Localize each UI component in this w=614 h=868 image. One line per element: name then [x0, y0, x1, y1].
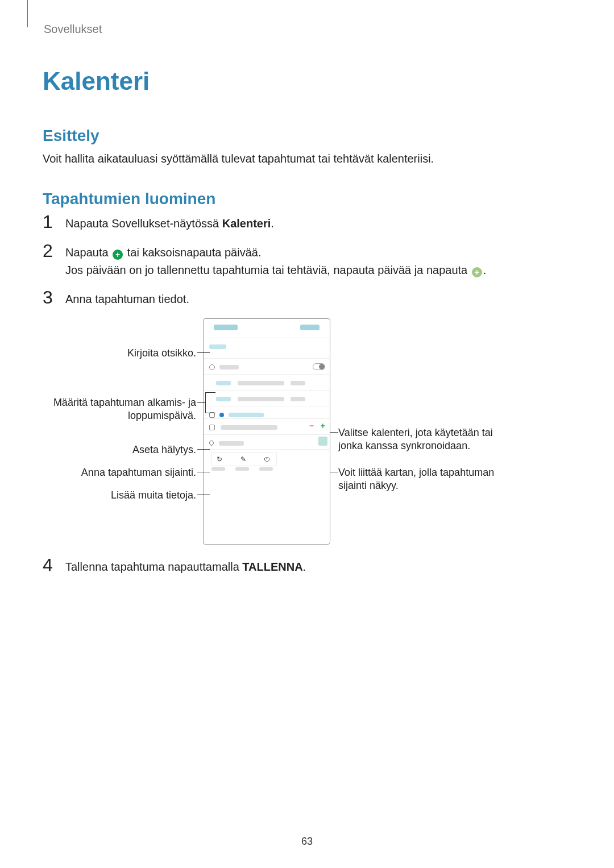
start-date-placeholder	[238, 381, 284, 385]
left-rule	[27, 0, 28, 27]
note-icon: ✎	[239, 455, 247, 463]
plus-icon: +	[472, 267, 482, 277]
note-label	[235, 467, 249, 471]
location-placeholder	[219, 441, 244, 446]
mock-title-row	[204, 338, 330, 359]
step-number: 1	[43, 214, 65, 230]
steps-list: 1 Napauta Sovellukset-näytössä Kalenteri…	[43, 214, 571, 308]
callout-line	[197, 449, 210, 450]
reminder-icon	[209, 425, 215, 430]
step-4: 4 Tallenna tapahtuma napauttamalla TALLE…	[43, 557, 571, 576]
remove-alarm-icon: −	[309, 421, 314, 430]
step4-post: .	[303, 560, 306, 573]
step-number: 4	[43, 557, 65, 573]
step2-line2a: Jos päivään on jo tallennettu tapahtumia…	[65, 264, 471, 276]
clock-icon	[209, 364, 215, 370]
mock-allday-row	[204, 359, 330, 375]
callout-location: Anna tapahtuman sijainti.	[48, 466, 196, 479]
page-title: Kalenteri	[43, 67, 571, 95]
cancel-placeholder	[214, 325, 238, 330]
mock-location-row	[204, 435, 330, 450]
allday-toggle	[313, 363, 325, 370]
mock-extra-row: ↻ ✎ ⏲	[204, 450, 330, 481]
steps-list-cont: 4 Tallenna tapahtuma napauttamalla TALLE…	[43, 557, 571, 576]
callout-line	[205, 392, 206, 413]
callout-line	[205, 413, 215, 413]
start-time-placeholder	[291, 381, 305, 385]
mock-header	[204, 319, 330, 338]
plus-icon: +	[113, 250, 123, 260]
step2-line1a: Napauta	[65, 246, 111, 259]
callout-line	[330, 472, 338, 472]
callout-line	[197, 352, 210, 353]
callout-line	[197, 472, 210, 472]
alarm-placeholder	[221, 425, 277, 430]
repeat-icon: ↻	[215, 455, 223, 463]
callout-line	[205, 392, 215, 393]
step-number: 3	[43, 289, 65, 305]
step-text: Tallenna tapahtuma napauttamalla TALLENN…	[65, 557, 571, 576]
callout-line	[330, 432, 338, 433]
callout-line	[197, 402, 205, 403]
callout-choose-calendar: Valitse kalenteri, jota käytetään tai jo…	[338, 426, 509, 452]
end-time-placeholder	[291, 397, 305, 401]
allday-label	[219, 365, 239, 369]
callout-alarm: Aseta hälytys.	[48, 443, 196, 456]
timezone-icon: ⏲	[263, 455, 271, 463]
create-heading: Tapahtumien luominen	[43, 190, 571, 208]
map-thumbnail	[318, 437, 327, 446]
step-text-pre: Napauta Sovellukset-näytössä	[65, 217, 222, 230]
location-pin-icon	[208, 439, 214, 446]
callout-dates: Määritä tapahtuman alkamis- ja loppumisp…	[48, 396, 196, 422]
step2-line1b: tai kaksoisnapauta päivää.	[124, 246, 261, 259]
start-label	[216, 381, 231, 385]
phone-mockup: − + ↻ ✎ ⏲	[203, 318, 330, 545]
step4-pre: Tallenna tapahtuma napauttamalla	[65, 560, 242, 573]
step-text: Anna tapahtuman tiedot.	[65, 289, 571, 308]
callout-line	[197, 495, 210, 495]
step-text: Napauta Sovellukset-näytössä Kalenteri.	[65, 214, 571, 232]
calendar-color-dot	[219, 413, 224, 417]
intro-heading: Esittely	[43, 127, 571, 145]
step-text-post: .	[271, 217, 274, 230]
end-label	[216, 397, 231, 401]
step-3: 3 Anna tapahtuman tiedot.	[43, 289, 571, 308]
callout-map: Voit liittää kartan, jolla tapahtuman si…	[338, 466, 509, 492]
save-placeholder	[300, 325, 320, 330]
callout-more: Lisää muita tietoja.	[48, 489, 196, 502]
end-date-placeholder	[238, 397, 284, 401]
kalenteri-bold: Kalenteri	[222, 217, 271, 230]
mock-alarm-row: − +	[204, 419, 330, 435]
extra-icons: ↻ ✎ ⏲	[211, 452, 277, 466]
repeat-label	[211, 467, 225, 471]
calendar-name-placeholder	[229, 413, 264, 417]
step-1: 1 Napauta Sovellukset-näytössä Kalenteri…	[43, 214, 571, 232]
intro-body: Voit hallita aikatauluasi syöttämällä tu…	[43, 151, 571, 167]
mock-start-row	[204, 375, 330, 391]
mock-end-row	[204, 391, 330, 406]
step-text: Napauta + tai kaksoisnapauta päivää. Jos…	[65, 243, 571, 279]
mock-calendar-row	[204, 406, 330, 419]
add-alarm-icon: +	[321, 421, 325, 430]
event-figure: − + ↻ ✎ ⏲ Kirjoita otsikko. Määritä tapa…	[43, 318, 577, 546]
page-number: 63	[0, 836, 614, 848]
step-number: 2	[43, 243, 65, 259]
section-header: Sovellukset	[44, 23, 571, 36]
tallenna-bold: TALLENNA	[242, 560, 302, 573]
step-2: 2 Napauta + tai kaksoisnapauta päivää. J…	[43, 243, 571, 279]
timezone-label	[259, 467, 273, 471]
extra-labels	[209, 467, 324, 471]
step2-line2b: .	[483, 264, 487, 276]
title-field-placeholder	[209, 344, 226, 349]
toggle-knob	[319, 364, 325, 369]
callout-title: Kirjoita otsikko.	[48, 347, 196, 360]
